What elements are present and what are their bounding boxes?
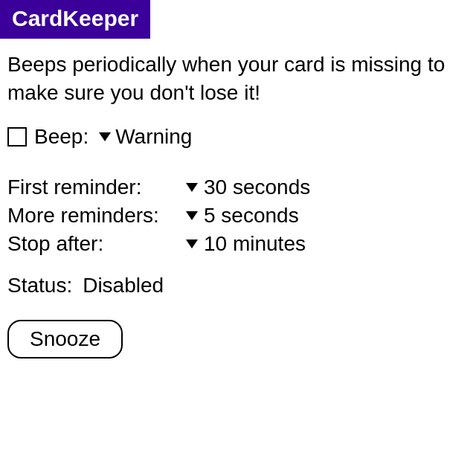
chevron-down-icon-1	[186, 183, 198, 192]
more-reminders-label: More reminders:	[7, 204, 186, 228]
more-reminders-row: More reminders: 5 seconds	[7, 204, 469, 228]
status-value: Disabled	[83, 274, 164, 298]
first-reminder-row: First reminder: 30 seconds	[7, 176, 469, 199]
snooze-label: Snooze	[30, 327, 100, 350]
more-reminders-value: 5 seconds	[204, 204, 299, 228]
title-bar: CardKeeper	[0, 0, 150, 39]
chevron-down-icon	[99, 132, 111, 141]
first-reminder-label: First reminder:	[7, 176, 186, 199]
chevron-down-icon-2	[186, 211, 198, 220]
more-reminders-dropdown[interactable]: 5 seconds	[186, 204, 299, 228]
stop-after-label: Stop after:	[7, 232, 186, 256]
stop-after-dropdown[interactable]: 10 minutes	[186, 232, 306, 256]
description: Beeps periodically when your card is mis…	[7, 51, 469, 107]
snooze-button[interactable]: Snooze	[7, 320, 123, 358]
reminders-section: First reminder: 30 seconds More reminder…	[7, 176, 469, 256]
app-title: CardKeeper	[12, 6, 138, 30]
stop-after-value: 10 minutes	[204, 232, 306, 256]
beep-selected-option: Warning	[115, 125, 192, 149]
beep-checkbox[interactable]	[7, 127, 27, 147]
chevron-down-icon-3	[186, 239, 198, 248]
beep-label: Beep:	[34, 125, 89, 149]
status-label: Status:	[7, 274, 72, 298]
beep-dropdown[interactable]: Warning	[99, 125, 192, 149]
status-row: Status: Disabled	[7, 274, 469, 298]
first-reminder-dropdown[interactable]: 30 seconds	[186, 176, 310, 199]
stop-after-row: Stop after: 10 minutes	[7, 232, 469, 256]
first-reminder-value: 30 seconds	[204, 176, 310, 199]
